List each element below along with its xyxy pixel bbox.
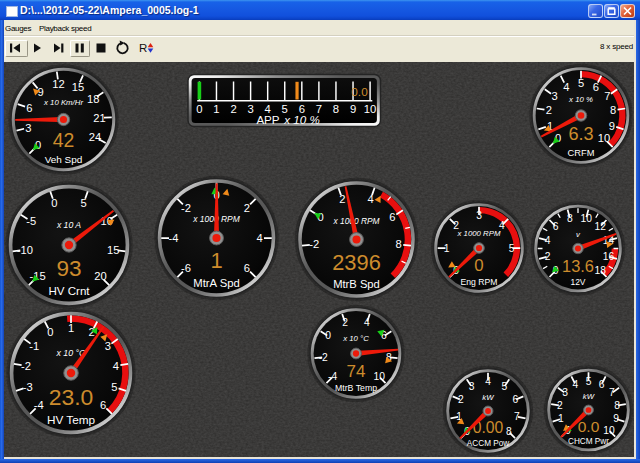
svg-text:kW: kW [583, 392, 595, 401]
svg-text:10: 10 [364, 103, 377, 115]
svg-text:21: 21 [93, 112, 105, 124]
svg-text:-4: -4 [34, 399, 44, 411]
svg-text:Eng RPM: Eng RPM [461, 277, 498, 287]
svg-text:MtrA Spd: MtrA Spd [193, 277, 239, 289]
svg-text:5: 5 [578, 77, 584, 89]
svg-text:1: 1 [558, 413, 564, 424]
svg-text:8: 8 [506, 426, 512, 437]
svg-text:HV Temp: HV Temp [47, 413, 96, 426]
svg-text:15: 15 [72, 81, 84, 93]
svg-text:-15: -15 [29, 270, 45, 282]
svg-text:3: 3 [105, 340, 111, 352]
svg-text:4: 4 [572, 379, 578, 390]
svg-text:6: 6 [26, 102, 32, 114]
svg-text:10: 10 [374, 371, 386, 382]
svg-text:0: 0 [325, 330, 331, 341]
svg-text:3: 3 [469, 381, 475, 392]
svg-text:2396: 2396 [332, 250, 381, 275]
svg-text:-3: -3 [23, 381, 33, 393]
svg-text:24: 24 [89, 131, 101, 143]
svg-text:-4: -4 [328, 371, 337, 382]
svg-text:1: 1 [213, 103, 219, 115]
svg-text:10: 10 [580, 213, 592, 224]
svg-text:9: 9 [350, 103, 356, 115]
svg-text:9: 9 [613, 413, 619, 424]
svg-text:0: 0 [51, 197, 57, 209]
svg-text:-10: -10 [17, 244, 33, 256]
svg-text:MtrB Temp: MtrB Temp [335, 383, 377, 393]
svg-text:7: 7 [609, 387, 615, 398]
svg-text:x 10 °C: x 10 °C [342, 334, 369, 343]
svg-text:2: 2 [230, 103, 236, 115]
svg-text:0: 0 [196, 103, 202, 115]
svg-text:CRFM: CRFM [568, 148, 595, 158]
svg-text:3: 3 [476, 210, 482, 221]
svg-text:-2: -2 [309, 238, 319, 250]
svg-text:7: 7 [514, 411, 520, 422]
svg-text:0: 0 [47, 326, 53, 338]
svg-text:4: 4 [367, 193, 373, 205]
svg-text:7: 7 [604, 90, 610, 102]
svg-text:6: 6 [512, 394, 518, 405]
svg-text:0: 0 [474, 256, 483, 275]
svg-text:3: 3 [25, 122, 31, 134]
svg-text:x 10 %: x 10 % [283, 113, 319, 126]
svg-text:x 10 A: x 10 A [56, 220, 81, 230]
svg-text:2: 2 [342, 317, 348, 328]
svg-text:CHCM Pwr: CHCM Pwr [568, 437, 609, 446]
svg-text:12V: 12V [570, 277, 585, 287]
svg-text:3: 3 [562, 387, 568, 398]
svg-text:1: 1 [68, 322, 74, 334]
svg-text:2: 2 [339, 193, 345, 205]
svg-text:15: 15 [107, 244, 119, 256]
svg-text:6: 6 [389, 211, 395, 223]
svg-text:4: 4 [485, 376, 491, 387]
svg-text:kW: kW [482, 393, 494, 402]
svg-text:1: 1 [444, 243, 450, 254]
svg-text:16: 16 [603, 251, 615, 262]
svg-text:13.6: 13.6 [562, 257, 594, 275]
svg-text:x 1000 RPM: x 1000 RPM [332, 216, 379, 226]
svg-text:2: 2 [546, 104, 552, 116]
svg-text:8: 8 [614, 400, 620, 411]
svg-text:6: 6 [599, 379, 605, 390]
svg-text:R: R [139, 42, 147, 54]
svg-text:-4: -4 [169, 232, 179, 244]
svg-text:8: 8 [333, 103, 339, 115]
svg-text:x 10 %: x 10 % [568, 95, 593, 104]
svg-text:6: 6 [244, 262, 250, 274]
svg-text:3: 3 [247, 103, 253, 115]
svg-text:x 10 Km/Hr: x 10 Km/Hr [43, 98, 83, 107]
svg-text:-5: -5 [26, 215, 36, 227]
svg-text:8: 8 [396, 238, 402, 250]
svg-text:5: 5 [502, 381, 508, 392]
svg-text:HV Crnt: HV Crnt [48, 285, 90, 297]
svg-text:4: 4 [545, 235, 551, 246]
svg-text:2: 2 [458, 394, 464, 405]
svg-text:5: 5 [81, 197, 87, 209]
svg-text:5: 5 [509, 243, 515, 254]
svg-text:6: 6 [553, 221, 559, 232]
svg-text:4: 4 [364, 317, 370, 328]
svg-text:4: 4 [113, 360, 119, 372]
svg-text:Veh Spd: Veh Spd [45, 154, 83, 165]
svg-text:23.0: 23.0 [49, 384, 94, 410]
svg-text:20: 20 [94, 270, 106, 282]
svg-text:-2: -2 [21, 360, 31, 372]
svg-text:10: 10 [603, 425, 615, 436]
svg-text:-2: -2 [181, 202, 191, 214]
svg-text:12: 12 [52, 78, 64, 90]
svg-text:42: 42 [53, 129, 75, 151]
svg-text:2: 2 [244, 202, 250, 214]
svg-text:5: 5 [111, 381, 117, 393]
svg-text:9: 9 [609, 120, 615, 132]
svg-text:1: 1 [210, 248, 222, 273]
svg-text:4: 4 [563, 81, 569, 93]
svg-text:6: 6 [593, 81, 599, 93]
svg-text:-6: -6 [181, 262, 191, 274]
svg-text:74: 74 [347, 362, 366, 381]
svg-text:0.0: 0.0 [578, 418, 600, 435]
svg-text:-2: -2 [319, 352, 328, 363]
svg-text:10: 10 [598, 132, 610, 144]
svg-text:6: 6 [100, 399, 106, 411]
